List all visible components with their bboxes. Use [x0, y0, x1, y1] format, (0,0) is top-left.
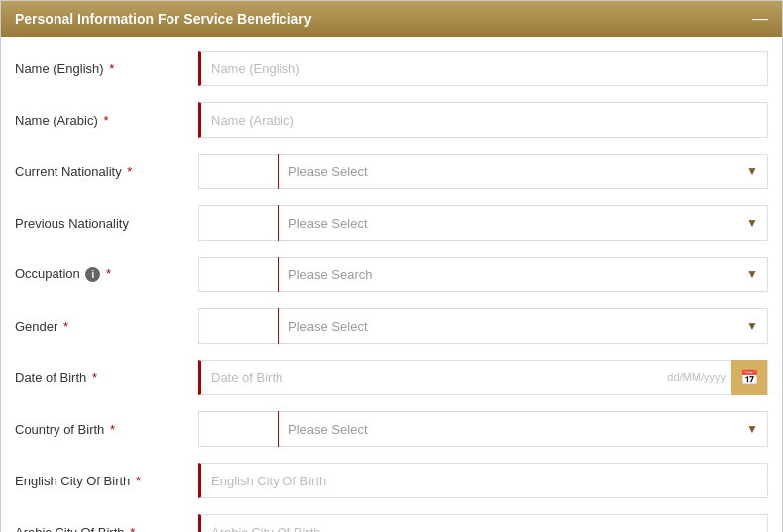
current-nationality-row: Current Nationality * Please Select ▼ — [15, 150, 768, 193]
date-input-wrap: dd/MM/yyyy 📅 — [198, 360, 768, 395]
previous-nationality-select-wrap: Please Select ▼ — [279, 205, 768, 241]
required-marker: * — [63, 319, 68, 334]
personal-info-panel: Personal Information For Service Benefic… — [0, 0, 783, 532]
required-marker: * — [109, 61, 114, 76]
date-of-birth-wrap: dd/MM/yyyy 📅 — [198, 360, 768, 395]
name-english-row: Name (English) * — [15, 47, 768, 90]
current-nationality-wrap: Please Select ▼ — [198, 154, 768, 189]
date-of-birth-row: Date of Birth * dd/MM/yyyy 📅 — [15, 356, 768, 399]
previous-nationality-row: Previous Nationality Please Select ▼ — [15, 201, 768, 245]
arabic-city-of-birth-input[interactable] — [198, 514, 768, 532]
name-arabic-input[interactable] — [198, 102, 768, 138]
required-marker: * — [127, 164, 132, 179]
minimize-button[interactable]: — — [752, 11, 768, 27]
gender-split: Please Select ▼ — [198, 308, 768, 344]
calendar-icon: 📅 — [740, 369, 759, 386]
required-marker: * — [130, 525, 135, 533]
date-format-hint: dd/MM/yyyy — [661, 372, 731, 383]
date-of-birth-input[interactable] — [201, 361, 661, 394]
gender-wrap: Please Select ▼ — [198, 308, 768, 344]
required-marker: * — [92, 371, 97, 385]
panel-header: Personal Information For Service Benefic… — [1, 1, 782, 37]
gender-label: Gender * — [15, 319, 198, 334]
country-of-birth-select[interactable]: Please Select — [279, 411, 768, 447]
occupation-label: Occupation i * — [15, 266, 198, 282]
gender-row: Gender * Please Select ▼ — [15, 304, 768, 348]
occupation-select-wrap: Please Search ▼ — [279, 257, 768, 292]
english-city-of-birth-label: English City Of Birth * — [15, 474, 198, 488]
required-marker: * — [103, 113, 108, 128]
name-arabic-row: Name (Arabic) * — [15, 98, 768, 142]
required-marker: * — [136, 474, 141, 488]
english-city-of-birth-wrap — [198, 463, 768, 498]
gender-select[interactable]: Please Select — [279, 308, 768, 344]
occupation-row: Occupation i * Please Search ▼ — [15, 253, 768, 296]
current-nationality-code[interactable] — [198, 154, 278, 189]
english-city-of-birth-input[interactable] — [198, 463, 768, 498]
gender-code[interactable] — [198, 308, 278, 344]
current-nationality-select-wrap: Please Select ▼ — [279, 154, 768, 189]
name-english-wrap — [198, 51, 768, 86]
current-nationality-label: Current Nationality * — [15, 164, 198, 179]
previous-nationality-wrap: Please Select ▼ — [198, 205, 768, 241]
arabic-city-of-birth-wrap — [198, 514, 768, 532]
arabic-city-of-birth-row: Arabic City Of Birth * — [15, 510, 768, 532]
name-english-input[interactable] — [198, 51, 768, 86]
previous-nationality-split: Please Select ▼ — [198, 205, 768, 241]
calendar-button[interactable]: 📅 — [731, 360, 767, 395]
required-marker: * — [106, 266, 111, 281]
current-nationality-split: Please Select ▼ — [198, 154, 768, 189]
country-of-birth-code[interactable] — [198, 411, 278, 447]
panel-title: Personal Information For Service Benefic… — [15, 11, 312, 27]
country-of-birth-select-wrap: Please Select ▼ — [279, 411, 768, 447]
english-city-of-birth-row: English City Of Birth * — [15, 459, 768, 502]
occupation-code[interactable] — [198, 257, 278, 292]
gender-select-wrap: Please Select ▼ — [279, 308, 768, 344]
name-arabic-label: Name (Arabic) * — [15, 113, 198, 128]
previous-nationality-label: Previous Nationality — [15, 216, 198, 231]
previous-nationality-select[interactable]: Please Select — [279, 205, 768, 241]
date-of-birth-label: Date of Birth * — [15, 371, 198, 385]
occupation-wrap: Please Search ▼ — [198, 257, 768, 292]
occupation-select[interactable]: Please Search — [279, 257, 768, 292]
previous-nationality-code[interactable] — [198, 205, 278, 241]
occupation-split: Please Search ▼ — [198, 257, 768, 292]
arabic-city-of-birth-label: Arabic City Of Birth * — [15, 525, 198, 533]
panel-body: Name (English) * Name (Arabic) * Current… — [1, 37, 782, 532]
required-marker: * — [110, 422, 115, 437]
info-icon[interactable]: i — [85, 267, 100, 282]
current-nationality-select[interactable]: Please Select — [279, 154, 768, 189]
country-of-birth-label: Country of Birth * — [15, 422, 198, 437]
name-arabic-wrap — [198, 102, 768, 138]
country-of-birth-split: Please Select ▼ — [198, 411, 768, 447]
country-of-birth-row: Country of Birth * Please Select ▼ — [15, 407, 768, 451]
name-english-label: Name (English) * — [15, 61, 198, 76]
country-of-birth-wrap: Please Select ▼ — [198, 411, 768, 447]
